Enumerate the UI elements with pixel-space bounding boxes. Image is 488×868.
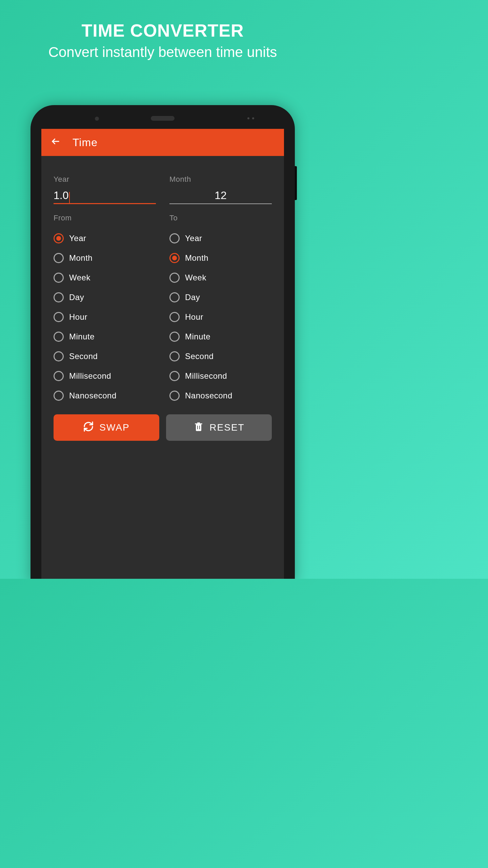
- to-input-value: 12: [169, 189, 272, 202]
- to-section-label: To: [169, 214, 272, 222]
- swap-button[interactable]: SWAP: [54, 414, 159, 441]
- radio-icon: [54, 391, 64, 401]
- swap-button-label: SWAP: [99, 422, 129, 433]
- phone-side-button: [295, 166, 297, 200]
- to-radio-week[interactable]: Week: [169, 268, 272, 288]
- radio-label: Month: [185, 253, 208, 263]
- radio-icon: [169, 351, 180, 361]
- from-radio-day[interactable]: Day: [54, 288, 156, 307]
- radio-label: Nanosecond: [185, 391, 232, 400]
- radio-label: Millisecond: [185, 371, 227, 381]
- from-radio-month[interactable]: Month: [54, 248, 156, 268]
- radio-icon: [169, 332, 180, 342]
- from-section-label: From: [54, 214, 156, 222]
- radio-label: Millisecond: [69, 371, 111, 381]
- radio-label: Year: [69, 234, 86, 243]
- radio-icon: [169, 253, 180, 263]
- from-input-value: 1.0: [54, 189, 68, 201]
- from-radio-year[interactable]: Year: [54, 229, 156, 248]
- radio-icon: [169, 312, 180, 322]
- phone-sensor-dots: [247, 117, 254, 119]
- radio-label: Year: [185, 234, 202, 243]
- from-radio-millisecond[interactable]: Millisecond: [54, 366, 156, 386]
- radio-icon: [54, 371, 64, 381]
- content-area: Year 1.0 From YearMonthWeekDayHourMinute…: [41, 156, 284, 448]
- svg-rect-2: [199, 426, 200, 429]
- radio-icon: [169, 391, 180, 401]
- to-radio-month[interactable]: Month: [169, 248, 272, 268]
- radio-label: Hour: [69, 312, 87, 322]
- to-radio-minute[interactable]: Minute: [169, 327, 272, 347]
- radio-icon: [54, 292, 64, 302]
- to-radio-day[interactable]: Day: [169, 288, 272, 307]
- radio-icon: [54, 273, 64, 283]
- app-bar-title: Time: [73, 136, 98, 149]
- button-row: SWAP RESET: [54, 414, 272, 441]
- reset-button-label: RESET: [209, 422, 244, 433]
- promo-banner: TIME CONVERTER Convert instantly between…: [0, 0, 325, 61]
- to-radio-year[interactable]: Year: [169, 229, 272, 248]
- to-radio-hour[interactable]: Hour: [169, 307, 272, 327]
- app-bar: Time: [41, 129, 284, 156]
- radio-label: Week: [69, 273, 90, 282]
- radio-label: Nanosecond: [69, 391, 117, 400]
- radio-label: Second: [185, 352, 214, 361]
- to-radio-millisecond[interactable]: Millisecond: [169, 366, 272, 386]
- trash-icon: [193, 421, 204, 434]
- radio-icon: [54, 351, 64, 361]
- to-radio-nanosecond[interactable]: Nanosecond: [169, 386, 272, 406]
- from-radio-minute[interactable]: Minute: [54, 327, 156, 347]
- from-radio-hour[interactable]: Hour: [54, 307, 156, 327]
- promo-title: TIME CONVERTER: [0, 20, 325, 41]
- from-radio-nanosecond[interactable]: Nanosecond: [54, 386, 156, 406]
- radio-label: Hour: [185, 312, 203, 322]
- radio-label: Month: [69, 253, 93, 263]
- radio-icon: [169, 371, 180, 381]
- radio-icon: [169, 273, 180, 283]
- radio-icon: [54, 332, 64, 342]
- radio-icon: [169, 292, 180, 302]
- from-radio-second[interactable]: Second: [54, 347, 156, 366]
- from-input[interactable]: 1.0: [54, 189, 156, 204]
- to-radio-second[interactable]: Second: [169, 347, 272, 366]
- phone-camera: [95, 117, 99, 121]
- radio-icon: [54, 253, 64, 263]
- to-radio-list: YearMonthWeekDayHourMinuteSecondMillisec…: [169, 229, 272, 406]
- svg-rect-1: [197, 426, 198, 429]
- radio-label: Week: [185, 273, 206, 282]
- to-input-label: Month: [169, 175, 272, 184]
- phone-frame: Time Year 1.0 From YearMonthWeekDayHourM…: [30, 105, 295, 579]
- from-radio-list: YearMonthWeekDayHourMinuteSecondMillisec…: [54, 229, 156, 406]
- radio-label: Day: [69, 293, 84, 302]
- radio-label: Day: [185, 293, 200, 302]
- radio-icon: [54, 312, 64, 322]
- to-input[interactable]: 12: [169, 189, 272, 204]
- reset-button[interactable]: RESET: [166, 414, 272, 441]
- to-column: Month 12 To YearMonthWeekDayHourMinuteSe…: [169, 175, 272, 406]
- phone-speaker: [151, 116, 175, 121]
- app-screen: Time Year 1.0 From YearMonthWeekDayHourM…: [41, 129, 284, 579]
- promo-subtitle: Convert instantly between time units: [0, 43, 325, 61]
- radio-label: Minute: [69, 332, 95, 341]
- radio-icon: [54, 233, 64, 243]
- from-radio-week[interactable]: Week: [54, 268, 156, 288]
- back-arrow-icon[interactable]: [51, 136, 60, 149]
- from-column: Year 1.0 From YearMonthWeekDayHourMinute…: [54, 175, 156, 406]
- text-cursor: [69, 192, 70, 203]
- radio-label: Second: [69, 352, 98, 361]
- radio-label: Minute: [185, 332, 210, 341]
- from-input-label: Year: [54, 175, 156, 184]
- swap-icon: [83, 421, 94, 434]
- radio-icon: [169, 233, 180, 243]
